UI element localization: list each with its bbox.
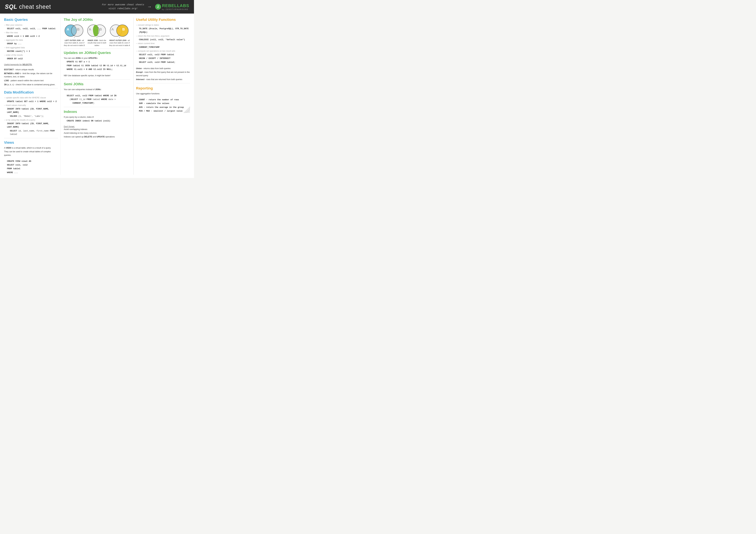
utility-code3: CURRENT_TIMESTAMP [139, 46, 190, 49]
utility-code4: SELECT col1, col2 FROM table1 [139, 53, 190, 57]
except-item: Except - rows from the first query that … [136, 70, 190, 78]
rebel-icon: Z [155, 4, 161, 10]
code-group: GROUP by ... [7, 42, 58, 45]
header-right: For more awesome cheat sheets visit rebe… [102, 3, 189, 11]
code-where: WHERE col4 = 1 AND col5 = 2 [7, 35, 58, 38]
utility-code1: TO_DATE (Oracle, PostgreSQL), STR_TO_DAT… [139, 27, 190, 34]
in-item: IN (a, b, c) - check if the value is con… [4, 83, 58, 87]
semi-code2: (SELECT t1_id FROM table2 WHERE date > [70, 98, 130, 101]
utility-comment1: -- convert strings to dates: [136, 23, 190, 27]
comment-aggregate: -- aggregate the data [4, 38, 58, 42]
column-2: The Joy of JOINs A B ↓ LEFT OUTER JOIN -… [61, 17, 133, 175]
rebel-text: REBELLABS [162, 3, 189, 8]
utility-section: Useful Utility Functions -- convert stri… [136, 17, 190, 81]
dm-code3a: INSERT INTO table1 (ID, FIRST_NAME, LAST… [7, 122, 58, 129]
updates-code3: WHERE t1.col1 = 0 AND t2.col2 IS NULL; [67, 68, 130, 71]
inner-join-venn: A B ↓ [87, 24, 107, 38]
distinct-item: DISTINCT - return unique results [4, 68, 58, 71]
utility-comment4: -- compute set operations on two result … [136, 49, 190, 53]
inner-join-item: A B ↓ INNER JOIN - fetch the results tha… [87, 24, 107, 47]
arrow-icon: → [147, 4, 151, 9]
basic-queries-title: Basic Queries [4, 17, 58, 22]
comment-order: -- order of the results [4, 53, 58, 57]
right-join-item: A B ↓ RIGHT OUTER JOIN - all rows from t… [109, 24, 130, 47]
dm-code2b: VALUES (1, 'Rebel', 'Labs'); [10, 114, 58, 118]
left-join-label-a: A [67, 27, 69, 32]
indexes-section: Indexes If you query by a column, index … [64, 110, 130, 139]
reporting-title: Reporting [136, 86, 190, 90]
union-item: Union - returns data from both queries [136, 67, 190, 70]
utility-comment3: -- return current time: [136, 42, 190, 45]
semi-joins-section: Semi JOINs You can use subqueries instea… [64, 82, 130, 105]
views-title: Views [4, 140, 58, 145]
utility-title: Useful Utility Functions [136, 17, 190, 22]
dont-forget: Don't forget: [64, 125, 130, 128]
like-item: LIKE - pattern search within the column … [4, 79, 58, 82]
left-join-arrow: ↓ [74, 36, 75, 38]
useful-keywords: Useful keywords for SELECTS: DISTINCT - … [4, 64, 58, 87]
rebel-logo: Z REBELLABS by ZEROTURNAROUND [155, 3, 189, 10]
views-code3: FROM table1 [7, 167, 58, 170]
updates-code2: FROM table1 t1 JOIN table2 t2 ON t1.id =… [67, 64, 130, 67]
comment-filter-rows: -- filter the rows [4, 31, 58, 35]
indexes-title: Indexes [64, 110, 130, 114]
main-content: Basic Queries -- filter your columns SEL… [0, 13, 194, 178]
left-join-label-b: B [77, 27, 80, 32]
right-join-venn: A B ↓ [109, 24, 130, 38]
page-curl [177, 100, 190, 113]
data-modification-title: Data Modification [4, 90, 58, 94]
updates-desc: You can use JOINs in your UPDATEs [64, 57, 130, 60]
updates-nb: NB! Use database specific syntax, it mig… [64, 74, 130, 77]
views-desc2: They can be used to create virtual table… [4, 150, 58, 157]
joins-diagram: A B ↓ LEFT OUTER JOIN - all rows from ta… [64, 24, 130, 47]
inner-join-label-a: A [89, 27, 91, 32]
indexes-code: CREATE INDEX index1 ON table1 (col1) [67, 119, 130, 123]
semi-code1: SELECT col1, col2 FROM table1 WHERE id I… [67, 94, 130, 97]
left-join-venn: A B ↓ [64, 24, 85, 38]
useful-keywords-link: Useful keywords for SELECTS: [4, 64, 58, 66]
semi-joins-title: Semi JOINs [64, 82, 130, 86]
utility-code6: SELECT col3, col4 FROM table2; [139, 61, 190, 64]
indexes-tip3: Indexes can speed up DELETE and UPDATE o… [64, 135, 130, 139]
views-code1: CREATE VIEW view1 AS [7, 160, 58, 163]
header: SQL cheat sheet For more awesome cheat s… [0, 0, 194, 13]
page-title: SQL cheat sheet [5, 3, 51, 10]
dm-comment3: -- or by using the results of a query [4, 118, 58, 122]
right-join-label-a: A [111, 27, 114, 32]
dm-comment1: -- update specific data with the WHERE c… [4, 96, 58, 99]
utility-code2: COALESCE (col1, col2, "default value") [139, 38, 190, 41]
between-item: BETWEEN a AND b - limit the range, the v… [4, 72, 58, 78]
views-section: Views A VIEW is a virtual table, which i… [4, 140, 58, 174]
data-modification-section: Data Modification -- update specific dat… [4, 90, 58, 136]
joins-title: The Joy of JOINs [64, 17, 130, 22]
dm-code3b: SELECT id, last_name, first_name FROM ta… [10, 129, 58, 136]
code-select: SELECT col1, col2, col3, ... FROM table1 [7, 27, 58, 31]
basic-queries-section: Basic Queries -- filter your columns SEL… [4, 17, 58, 61]
dm-code2a: INSERT INTO table1 (ID, FIRST_NAME, LAST… [7, 107, 58, 114]
right-join-caption: RIGHT OUTER JOIN - all rows from table B… [109, 39, 130, 47]
comment-limit-agg: -- limit aggregated data [4, 46, 58, 49]
left-join-item: A B ↓ LEFT OUTER JOIN - all rows from ta… [64, 24, 85, 47]
semi-desc: You can use subqueries instead of JOINs: [64, 88, 130, 91]
dm-code1: UPDATE table1 SET col1 = 1 WHERE col2 = … [7, 100, 58, 103]
updates-code1: UPDATE t1 SET a = 1 [67, 60, 130, 64]
column-3: Useful Utility Functions -- convert stri… [133, 17, 190, 175]
updates-section: Updates on JOINed Queries You can use JO… [64, 51, 130, 77]
updates-title: Updates on JOINed Queries [64, 51, 130, 55]
comment-filter-columns: -- filter your columns [4, 23, 58, 27]
views-code2: SELECT col1, col2 [7, 164, 58, 167]
column-1: Basic Queries -- filter your columns SEL… [4, 17, 61, 175]
joins-section: The Joy of JOINs A B ↓ LEFT OUTER JOIN -… [64, 17, 130, 47]
inner-join-caption: INNER JOIN - fetch the results that exis… [87, 39, 107, 47]
reporting-section: Reporting Use aggregation functions COUN… [136, 86, 190, 113]
intersect-item: Intersect - rows that are returned from … [136, 78, 190, 81]
views-code4: WHERE ... [7, 171, 58, 174]
reporting-desc: Use aggregation functions [136, 92, 190, 95]
right-join-label-b: B [122, 27, 125, 32]
utility-comment2: -- return the first non-NULL argument: [136, 35, 190, 38]
indexes-desc: If you query by a column, index it! [64, 115, 130, 119]
indexes-tip1: Avoid overlapping indexes [64, 128, 130, 131]
tagline: For more awesome cheat sheets visit rebe… [102, 3, 144, 11]
right-join-arrow: ↓ [119, 36, 120, 38]
indexes-tip2: Avoid indexing on too many columns [64, 131, 130, 135]
